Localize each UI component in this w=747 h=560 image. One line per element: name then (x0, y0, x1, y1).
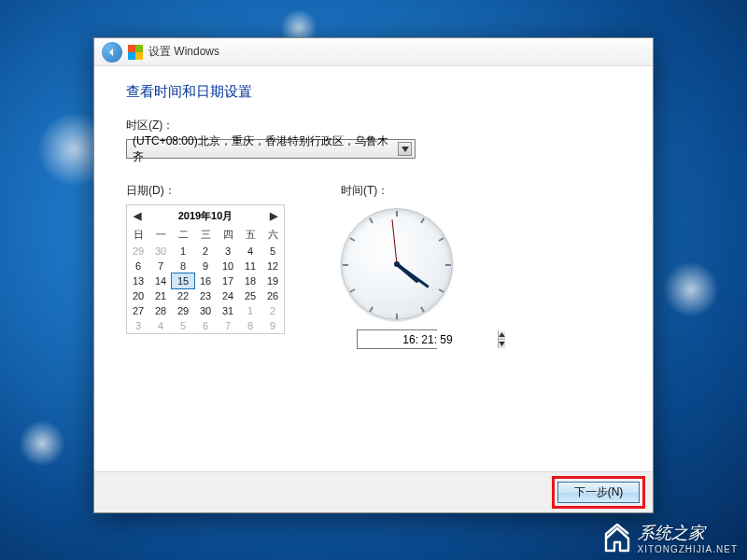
calendar-day[interactable]: 3 (217, 244, 239, 259)
time-input[interactable] (358, 330, 498, 348)
dow-header: 二 (172, 226, 194, 244)
time-up-button[interactable] (499, 330, 505, 340)
calendar-day[interactable]: 7 (149, 259, 172, 273)
month-title: 2019年10月 (178, 209, 233, 223)
watermark-sub: XITONGZHIJIA.NET (638, 544, 739, 554)
date-column: 日期(D)： ◀ 2019年10月 ▶ 日一二三四五六 293012345678… (126, 183, 285, 349)
watermark-house-icon (602, 524, 632, 553)
calendar-day[interactable]: 25 (239, 288, 261, 303)
calendar-day[interactable]: 9 (194, 259, 217, 273)
arrow-left-icon (106, 47, 118, 58)
calendar-day[interactable]: 21 (149, 288, 172, 303)
calendar: ◀ 2019年10月 ▶ 日一二三四五六 2930123456789101112… (126, 204, 285, 334)
wizard-window: 设置 Windows 查看时间和日期设置 时区(Z)： (UTC+08:00)北… (93, 37, 654, 513)
clock-minute-hand (396, 263, 430, 288)
dow-header: 六 (261, 226, 284, 244)
timezone-value: (UTC+08:00)北京，重庆，香港特别行政区，乌鲁木齐 (133, 133, 398, 165)
date-label: 日期(D)： (126, 183, 285, 199)
calendar-day[interactable]: 18 (239, 273, 261, 288)
calendar-day[interactable]: 26 (261, 288, 284, 303)
time-label: 时间(T)： (341, 183, 388, 199)
calendar-day[interactable]: 9 (261, 318, 284, 333)
timezone-select[interactable]: (UTC+08:00)北京，重庆，香港特别行政区，乌鲁木齐 (126, 139, 416, 159)
watermark-brand: 系统之家 (638, 524, 705, 542)
timezone-label: 时区(Z)： (126, 118, 621, 133)
calendar-day[interactable]: 6 (127, 259, 149, 273)
windows-logo-icon (128, 45, 143, 60)
next-button[interactable]: 下一步(N) (557, 482, 640, 503)
calendar-day[interactable]: 1 (172, 244, 194, 259)
calendar-day[interactable]: 19 (261, 273, 284, 288)
dow-header: 日 (127, 226, 149, 244)
prev-month-button[interactable]: ◀ (131, 210, 144, 222)
next-month-button[interactable]: ▶ (267, 210, 280, 222)
calendar-day[interactable]: 23 (194, 288, 217, 303)
page-title: 查看时间和日期设置 (126, 83, 621, 101)
wizard-footer: 下一步(N) (94, 471, 653, 512)
calendar-day[interactable]: 11 (239, 259, 261, 273)
calendar-day[interactable]: 5 (172, 318, 194, 333)
dow-header: 四 (217, 226, 239, 244)
calendar-day[interactable]: 28 (149, 303, 172, 318)
window-title: 设置 Windows (148, 44, 219, 60)
chevron-down-icon (499, 342, 505, 346)
calendar-day[interactable]: 16 (194, 273, 217, 288)
calendar-day[interactable]: 30 (149, 244, 172, 259)
calendar-day[interactable]: 4 (239, 244, 261, 259)
dow-header: 五 (239, 226, 261, 244)
calendar-day[interactable]: 3 (127, 318, 149, 333)
calendar-day[interactable]: 14 (149, 273, 172, 288)
watermark: 系统之家 XITONGZHIJIA.NET (602, 522, 739, 554)
calendar-day[interactable]: 30 (194, 303, 217, 318)
calendar-day[interactable]: 22 (172, 288, 194, 303)
dropdown-button[interactable] (398, 142, 412, 156)
calendar-day[interactable]: 7 (217, 318, 239, 333)
back-button[interactable] (102, 42, 122, 63)
calendar-day[interactable]: 8 (172, 259, 194, 273)
time-column: 时间(T)： (341, 183, 453, 349)
next-button-label: 下一步(N) (574, 485, 624, 498)
clock-center (394, 261, 400, 267)
analog-clock (341, 208, 453, 320)
calendar-day[interactable]: 17 (217, 273, 239, 288)
calendar-day[interactable]: 8 (239, 318, 261, 333)
calendar-day[interactable]: 1 (239, 303, 261, 318)
time-down-button[interactable] (499, 340, 505, 348)
wizard-header: 设置 Windows (94, 38, 653, 66)
calendar-day[interactable]: 6 (194, 318, 217, 333)
calendar-day[interactable]: 13 (127, 273, 149, 288)
calendar-day[interactable]: 20 (127, 288, 149, 303)
calendar-day[interactable]: 29 (172, 303, 194, 318)
dow-header: 三 (194, 226, 217, 244)
calendar-day[interactable]: 29 (127, 244, 149, 259)
calendar-day[interactable]: 27 (127, 303, 149, 318)
calendar-day[interactable]: 24 (217, 288, 239, 303)
clock-second-hand (391, 219, 397, 264)
time-spinner (357, 329, 437, 349)
calendar-day[interactable]: 12 (261, 259, 284, 273)
calendar-day[interactable]: 10 (217, 259, 239, 273)
calendar-day[interactable]: 4 (149, 318, 172, 333)
chevron-up-icon (499, 332, 505, 337)
calendar-day[interactable]: 5 (261, 244, 284, 259)
calendar-day[interactable]: 2 (194, 244, 217, 259)
dow-header: 一 (149, 226, 172, 244)
calendar-day[interactable]: 15 (171, 273, 195, 289)
chevron-down-icon (402, 147, 409, 152)
calendar-day[interactable]: 2 (261, 303, 284, 318)
calendar-day[interactable]: 31 (217, 303, 239, 318)
